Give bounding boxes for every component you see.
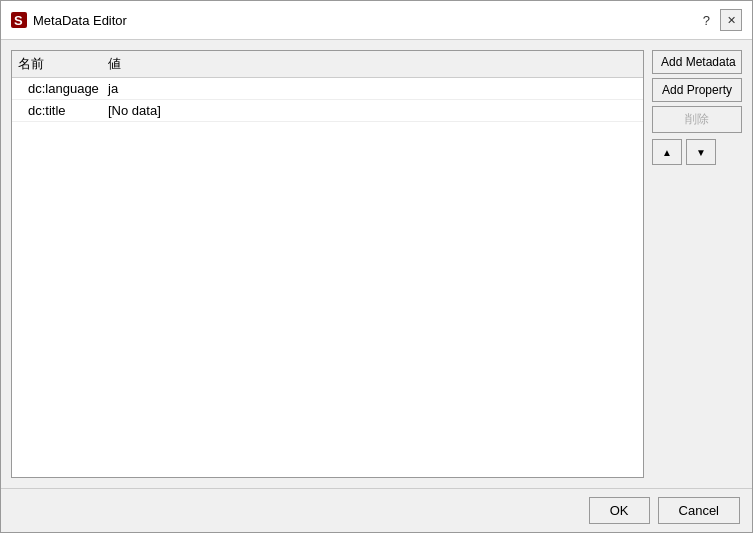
close-button[interactable]: ✕ (720, 9, 742, 31)
col-header-name: 名前 (18, 55, 108, 73)
dialog-body: 名前 値 dc:language ja dc:title [No data] A… (1, 40, 752, 488)
table-row[interactable]: dc:language ja (12, 78, 643, 100)
table-header: 名前 値 (12, 51, 643, 78)
cancel-button[interactable]: Cancel (658, 497, 740, 524)
title-bar-controls: ? ✕ (699, 9, 742, 31)
move-up-button[interactable]: ▲ (652, 139, 682, 165)
dialog-window: S MetaData Editor ? ✕ 名前 値 dc:language j… (0, 0, 753, 533)
row-value-0: ja (108, 81, 637, 96)
dialog-footer: OK Cancel (1, 488, 752, 532)
arrow-group: ▲ ▼ (652, 139, 742, 165)
title-bar: S MetaData Editor ? ✕ (1, 1, 752, 40)
delete-button[interactable]: 削除 (652, 106, 742, 133)
row-name-1: dc:title (18, 103, 108, 118)
col-header-value: 値 (108, 55, 637, 73)
add-metadata-button[interactable]: Add Metadata (652, 50, 742, 74)
row-value-1: [No data] (108, 103, 637, 118)
ok-button[interactable]: OK (589, 497, 650, 524)
move-down-button[interactable]: ▼ (686, 139, 716, 165)
help-button[interactable]: ? (699, 13, 714, 28)
metadata-table[interactable]: 名前 値 dc:language ja dc:title [No data] (11, 50, 644, 478)
sidebar-buttons: Add Metadata Add Property 削除 ▲ ▼ (652, 50, 742, 478)
table-row[interactable]: dc:title [No data] (12, 100, 643, 122)
window-title: MetaData Editor (33, 13, 699, 28)
add-property-button[interactable]: Add Property (652, 78, 742, 102)
app-icon: S (11, 12, 27, 28)
row-name-0: dc:language (18, 81, 108, 96)
svg-text:S: S (14, 13, 23, 28)
